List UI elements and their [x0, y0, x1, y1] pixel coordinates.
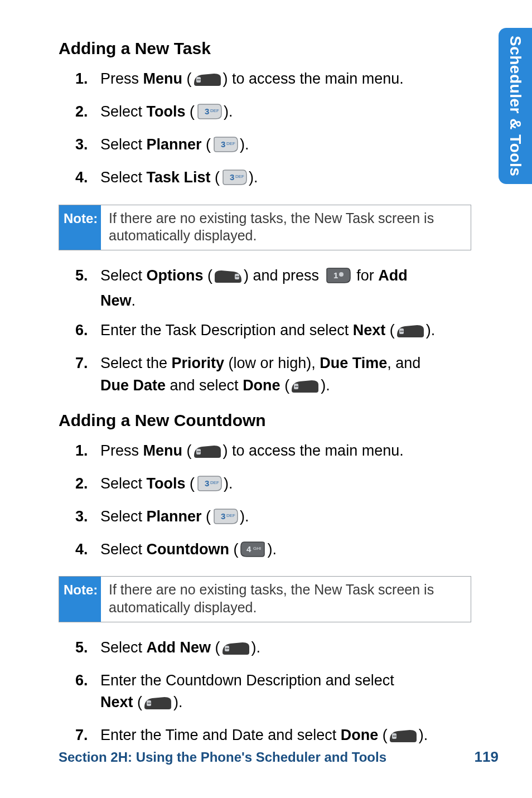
footer-section-title: Section 2H: Using the Phone's Scheduler …: [59, 749, 386, 765]
task-steps-1to4: Press Menu () to access the main menu. S…: [59, 68, 438, 192]
softkey-left-icon: [193, 70, 222, 93]
page-number: 119: [475, 748, 499, 766]
page-content: Adding a New Task Press Menu () to acces…: [0, 0, 471, 749]
key-3-icon: [221, 169, 248, 192]
softkey-left-icon: [193, 442, 222, 465]
countdown-step-2: Select Tools ().: [75, 473, 438, 498]
side-tab: Scheduler & Tools: [499, 28, 532, 184]
softkey-left-icon: [221, 639, 250, 662]
countdown-step-6: Enter the Countdown Description and sele…: [75, 670, 438, 717]
task-step-3: Select Planner ().: [75, 134, 438, 159]
countdown-step-7: Enter the Time and Date and select Done …: [75, 724, 438, 749]
key-3-icon: [212, 136, 239, 159]
key-1-icon: [325, 267, 351, 290]
task-step-7: Select the Priority (low or high), Due T…: [75, 352, 438, 399]
softkey-left-icon: [396, 322, 425, 345]
note-box-task: Note: If there are no existing tasks, th…: [59, 205, 471, 251]
softkey-left-icon: [389, 727, 418, 749]
task-step-6: Enter the Task Description and select Ne…: [75, 320, 438, 345]
countdown-step-3: Select Planner ().: [75, 506, 438, 531]
key-3-icon: [196, 103, 223, 126]
task-step-1: Press Menu () to access the main menu.: [75, 68, 438, 93]
countdown-step-1: Press Menu () to access the main menu.: [75, 440, 438, 465]
page-footer: Section 2H: Using the Phone's Scheduler …: [59, 748, 499, 766]
key-3-icon: [196, 475, 223, 498]
task-step-2: Select Tools ().: [75, 101, 438, 126]
heading-add-task: Adding a New Task: [59, 39, 438, 58]
note-label: Note:: [59, 205, 101, 250]
note-label: Note:: [59, 577, 101, 622]
countdown-step-5: Select Add New ().: [75, 637, 438, 662]
note-box-countdown: Note: If there are no existing tasks, th…: [59, 576, 471, 622]
side-tab-label: Scheduler & Tools: [506, 36, 524, 176]
task-step-5: Select Options () and press for Add New.: [75, 265, 438, 312]
countdown-steps-5to7: Select Add New (). Enter the Countdown D…: [59, 637, 438, 750]
softkey-right-icon: [214, 267, 243, 290]
softkey-left-icon: [143, 694, 172, 717]
countdown-steps-1to4: Press Menu () to access the main menu. S…: [59, 440, 438, 564]
key-4-icon: [240, 541, 267, 564]
key-3-icon: [212, 508, 239, 531]
countdown-step-4: Select Countdown ().: [75, 539, 438, 564]
task-step-4: Select Task List ().: [75, 167, 438, 192]
note-text: If there are no existing tasks, the New …: [101, 577, 471, 622]
note-text: If there are no existing tasks, the New …: [101, 205, 471, 250]
softkey-left-icon: [291, 377, 320, 400]
task-steps-5to7: Select Options () and press for Add New.…: [59, 265, 438, 400]
heading-add-countdown: Adding a New Countdown: [59, 411, 438, 430]
